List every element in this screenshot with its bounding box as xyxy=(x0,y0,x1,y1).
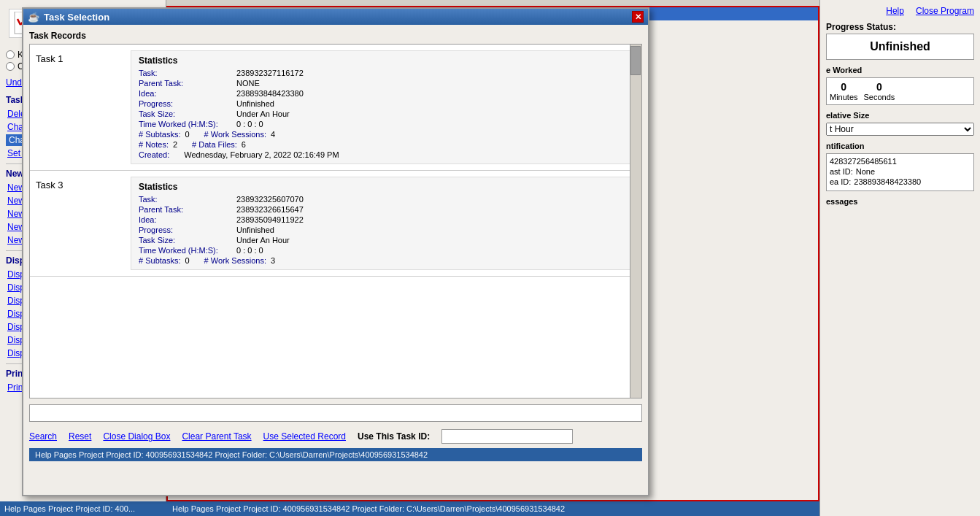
progress-label-1: Progress: xyxy=(139,99,234,108)
id-section: ntification 428327256485611 ast ID: None… xyxy=(826,142,974,191)
close-program-link[interactable]: Close Program xyxy=(916,6,974,16)
progress-status-label: Progress Status: xyxy=(826,22,974,32)
idea-label-1: Idea: xyxy=(139,89,234,98)
minutes-cell: 0 Minutes xyxy=(830,81,858,101)
empty-area xyxy=(29,404,642,422)
task-3-name: Task 3 xyxy=(36,177,123,270)
close-dialog-button[interactable]: Close Dialog Box xyxy=(103,431,170,442)
idea-val-3: 238935094911922 xyxy=(236,215,628,224)
id-section-label: ntification xyxy=(826,142,974,150)
sidebar-status: Help Pages Project Project ID: 400... xyxy=(0,501,166,516)
task-1-stats: Statistics Task: 238932327116172 Parent … xyxy=(131,50,636,164)
task-val-3: 238932325607070 xyxy=(236,195,628,204)
parent-task-label-3: Parent Task: xyxy=(139,205,234,214)
time-grid: 0 Minutes 0 Seconds xyxy=(830,81,971,101)
dialog-title: Task Selection xyxy=(44,12,109,23)
time-label: e Worked xyxy=(826,66,974,74)
time-worked-label-1: Time Worked (H:M:S): xyxy=(139,120,234,128)
size-label: elative Size xyxy=(826,111,974,120)
search-button[interactable]: Search xyxy=(29,431,57,442)
right-panel: Help Close Program Progress Status: Unfi… xyxy=(819,0,980,516)
help-link[interactable]: Help xyxy=(886,6,904,16)
main-window: Ideas Index Keep Window Open Close Windo… xyxy=(0,0,980,516)
parent-task-label-1: Parent Task: xyxy=(139,79,234,88)
task-size-val-3: Under An Hour xyxy=(236,236,628,244)
scrollbar-track[interactable] xyxy=(630,45,641,398)
task-list[interactable]: Task 1 Statistics Task: 238932327116172 … xyxy=(29,44,642,398)
task-size-label-3: Task Size: xyxy=(139,236,234,244)
use-selected-record-button[interactable]: Use Selected Record xyxy=(263,431,346,442)
stats-grid-1: Task: 238932327116172 Parent Task: NONE … xyxy=(139,69,628,128)
task-item-1[interactable]: Task 1 Statistics Task: 238932327116172 … xyxy=(30,45,641,171)
task-selection-dialog: ☕ Task Selection ✕ Task Records Task 1 S… xyxy=(22,7,649,496)
task-records-label: Task Records xyxy=(29,31,642,41)
messages-section: essages xyxy=(826,197,974,206)
task-label-3: Task: xyxy=(139,195,234,204)
time-worked-val-1: 0 : 0 : 0 xyxy=(236,120,628,128)
use-task-id-label: Use This Task ID: xyxy=(358,431,430,442)
dialog-body: Task Records Task 1 Statistics Task: 238… xyxy=(23,25,648,467)
stats-row2-1: # Subtasks: 0 # Work Sessions: 4 xyxy=(139,130,628,139)
seconds-cell: 0 Seconds xyxy=(864,81,895,101)
stats-row2-3: # Subtasks: 0 # Work Sessions: 3 xyxy=(139,256,628,265)
size-select[interactable]: t Hour xyxy=(826,123,974,136)
task-item-3[interactable]: Task 3 Statistics Task: 238932325607070 … xyxy=(30,171,641,277)
progress-val-1: Unfinished xyxy=(236,99,628,108)
idea-label-3: Idea: xyxy=(139,215,234,224)
dialog-status-bar: Help Pages Project Project ID: 400956931… xyxy=(29,448,642,461)
scrollbar-thumb[interactable] xyxy=(630,46,641,75)
task-size-label-1: Task Size: xyxy=(139,109,234,118)
right-panel-header: Help Close Program xyxy=(826,6,974,16)
dialog-footer: Search Reset Close Dialog Box Clear Pare… xyxy=(29,426,642,447)
created-row-1: Created: Wednesday, February 2, 2022 02:… xyxy=(139,150,628,159)
dialog-titlebar-left: ☕ Task Selection xyxy=(28,12,109,23)
task-label-1: Task: xyxy=(139,69,234,77)
time-section: e Worked 0 Minutes 0 Seconds xyxy=(826,66,974,105)
stats-grid-3: Task: 238932325607070 Parent Task: 23893… xyxy=(139,195,628,255)
progress-section: Progress Status: Unfinished xyxy=(826,22,974,60)
task-3-stats: Statistics Task: 238932325607070 Parent … xyxy=(131,177,636,270)
stats-title-3: Statistics xyxy=(139,182,628,192)
idea-id-row: ea ID: 238893848423380 xyxy=(830,177,971,186)
time-worked-val-3: 0 : 0 : 0 xyxy=(236,246,628,255)
dialog-app-icon: ☕ xyxy=(28,12,39,23)
parent-task-val-1: NONE xyxy=(236,79,628,88)
dialog-titlebar: ☕ Task Selection ✕ xyxy=(23,9,648,25)
use-task-id-input[interactable] xyxy=(441,429,573,444)
stats-title-1: Statistics xyxy=(139,55,628,66)
size-section: elative Size t Hour xyxy=(826,111,974,136)
progress-status-value: Unfinished xyxy=(830,40,971,53)
id-value: 428327256485611 xyxy=(830,157,971,166)
reset-button[interactable]: Reset xyxy=(69,431,91,442)
parent-task-val-3: 238932326615647 xyxy=(236,205,628,214)
task-val-1: 238932327116172 xyxy=(236,69,628,77)
progress-label-3: Progress: xyxy=(139,226,234,234)
dialog-close-button[interactable]: ✕ xyxy=(632,11,644,23)
clear-parent-task-button[interactable]: Clear Parent Task xyxy=(182,431,251,442)
progress-val-3: Unfinished xyxy=(236,226,628,234)
time-worked-label-3: Time Worked (H:M:S): xyxy=(139,246,234,255)
task-size-val-1: Under An Hour xyxy=(236,109,628,118)
task-1-name: Task 1 xyxy=(36,50,123,164)
idea-val-1: 238893848423380 xyxy=(236,89,628,98)
task-id-row: ast ID: None xyxy=(830,167,971,176)
stats-row2b-1: # Notes: 2 # Data Files: 6 xyxy=(139,140,628,149)
main-status-bar: Help Pages Project Project ID: 400956931… xyxy=(166,501,819,516)
